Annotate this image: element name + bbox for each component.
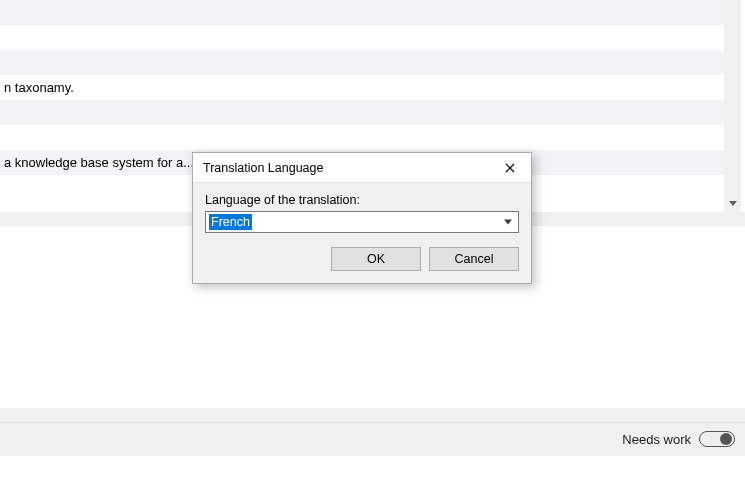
translation-language-dialog: Translation Language Language of the tra…	[192, 152, 532, 284]
list-item[interactable]	[0, 25, 725, 50]
list-item[interactable]	[0, 50, 725, 75]
language-combobox-value: French	[209, 214, 252, 230]
cancel-button[interactable]: Cancel	[429, 247, 519, 271]
close-button[interactable]	[495, 156, 525, 180]
list-item[interactable]	[0, 100, 725, 125]
needs-work-label: Needs work	[622, 432, 691, 447]
bottom-margin	[0, 456, 745, 502]
scroll-down-button[interactable]	[724, 195, 741, 212]
close-icon	[505, 163, 515, 173]
chevron-down-icon	[504, 220, 512, 225]
dialog-body: Language of the translation: French OK C…	[193, 183, 531, 283]
language-combobox[interactable]: French	[205, 211, 519, 233]
list-item[interactable]	[0, 0, 725, 25]
ok-button[interactable]: OK	[331, 247, 421, 271]
list-item[interactable]: n taxonamy.	[0, 75, 725, 100]
dialog-titlebar[interactable]: Translation Language	[193, 153, 531, 183]
dialog-title: Translation Language	[203, 161, 323, 175]
chevron-down-icon	[729, 201, 737, 206]
list-item[interactable]	[0, 125, 725, 150]
needs-work-toggle[interactable]	[699, 431, 735, 447]
dialog-button-row: OK Cancel	[205, 247, 519, 271]
language-label: Language of the translation:	[205, 193, 519, 207]
toggle-knob-icon	[720, 433, 732, 445]
vertical-scrollbar[interactable]	[724, 0, 741, 212]
